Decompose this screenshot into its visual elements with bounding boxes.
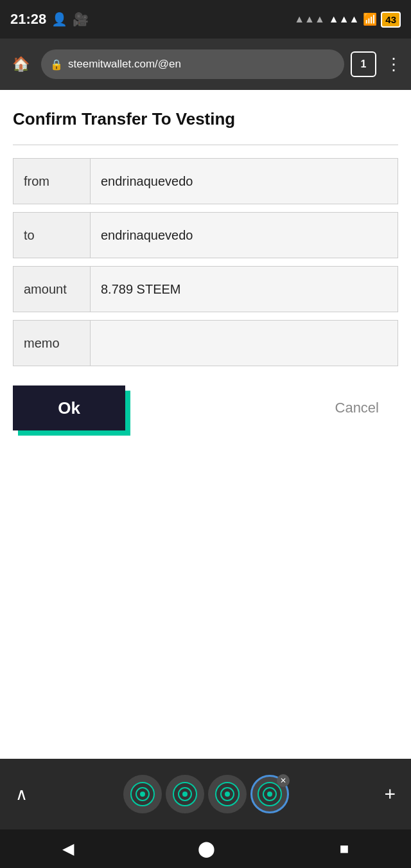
- memo-label: memo: [13, 321, 91, 366]
- nav-back-button[interactable]: ◀: [62, 840, 74, 858]
- wifi-icon: 📶: [363, 12, 377, 26]
- lock-icon: 🔒: [50, 58, 63, 71]
- status-bar: 21:28 👤 🎥 ▲▲▲ ▲▲▲ 📶 43: [0, 0, 411, 39]
- camera-icon: 🎥: [73, 12, 89, 27]
- battery-indicator: 43: [381, 12, 401, 28]
- bottom-tab-bar: ∧: [0, 759, 411, 829]
- amount-value: 8.789 STEEM: [91, 267, 398, 312]
- time-display: 21:28: [10, 11, 46, 28]
- from-value: endrinaquevedo: [91, 159, 398, 204]
- page-title: Confirm Transfer To Vesting: [13, 109, 398, 129]
- nav-square-button[interactable]: ■: [340, 840, 349, 858]
- status-left: 21:28 👤 🎥: [10, 11, 89, 28]
- tab-up-arrow[interactable]: ∧: [9, 778, 34, 811]
- steem-icon-1: [130, 782, 155, 806]
- amount-label: amount: [13, 267, 91, 312]
- signal-icon-2: ▲▲▲: [329, 13, 360, 25]
- to-label: to: [13, 213, 91, 258]
- from-row: from endrinaquevedo: [13, 158, 398, 204]
- from-label: from: [13, 159, 91, 204]
- home-button[interactable]: 🏠: [6, 50, 35, 78]
- memo-row: memo: [13, 320, 398, 366]
- close-tab-badge[interactable]: ✕: [277, 774, 290, 787]
- browser-tab-1[interactable]: [123, 775, 162, 813]
- more-menu-button[interactable]: ⋮: [383, 55, 405, 75]
- new-tab-button[interactable]: +: [378, 777, 402, 811]
- to-value: endrinaquevedo: [91, 213, 398, 258]
- amount-row: amount 8.789 STEEM: [13, 266, 398, 312]
- ok-button[interactable]: Ok: [13, 385, 125, 430]
- to-row: to endrinaquevedo: [13, 212, 398, 258]
- url-bar[interactable]: 🔒 steemitwallet.com/@en: [41, 49, 344, 79]
- url-text: steemitwallet.com/@en: [68, 58, 181, 71]
- steem-icon-2: [173, 782, 197, 806]
- tab-icons: ✕: [123, 775, 289, 813]
- button-row: Ok Cancel: [13, 385, 398, 430]
- signal-icon-1: ▲▲▲: [294, 13, 325, 25]
- empty-area: [0, 443, 411, 700]
- nav-bar: ◀ ⬤ ■: [0, 829, 411, 868]
- memo-value: [91, 321, 398, 366]
- page-content: Confirm Transfer To Vesting from endrina…: [0, 90, 411, 443]
- nav-home-button[interactable]: ⬤: [198, 840, 215, 858]
- browser-tab-2[interactable]: [166, 775, 204, 813]
- status-icons: ▲▲▲ ▲▲▲ 📶 43: [294, 12, 401, 28]
- tab-count-button[interactable]: 1: [351, 51, 376, 77]
- user-icon: 👤: [51, 12, 67, 27]
- steem-icon-4: [258, 782, 282, 806]
- title-divider: [13, 145, 398, 145]
- browser-tab-4-active[interactable]: ✕: [250, 775, 289, 813]
- browser-bar: 🏠 🔒 steemitwallet.com/@en 1 ⋮: [0, 39, 411, 90]
- steem-icon-3: [215, 782, 240, 806]
- ok-button-wrapper: Ok: [13, 385, 125, 430]
- browser-tab-3[interactable]: [208, 775, 247, 813]
- cancel-button[interactable]: Cancel: [329, 393, 385, 423]
